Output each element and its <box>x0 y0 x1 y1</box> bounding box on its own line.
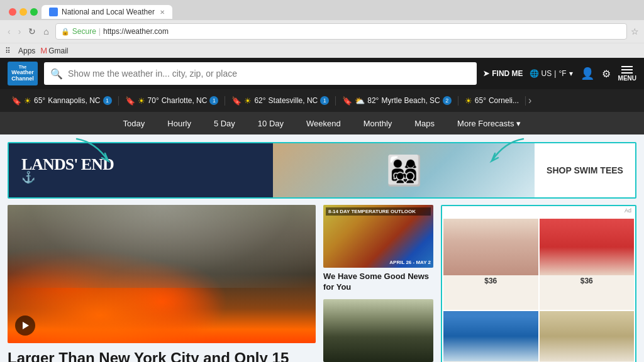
location-arrow-icon: ➤ <box>483 69 489 78</box>
browser-tab[interactable]: National and Local Weather R... ✕ <box>42 5 172 19</box>
home-button[interactable]: ⌂ <box>41 25 51 38</box>
search-icon: 🔍 <box>50 68 63 80</box>
clothing-image-3 <box>443 311 538 361</box>
site-header: The Weather Channel 🔍 ➤ FIND ME 🌐 US | °… <box>0 58 644 89</box>
ad-cta-text: SHOP SWIM TEES <box>541 160 628 180</box>
bookmark-icon-2[interactable]: 🔖 <box>125 96 135 106</box>
content-row: Larger Than New York City and Only 15 Pe… <box>8 205 636 362</box>
search-bar[interactable]: 🔍 <box>44 62 477 85</box>
tab-favicon <box>49 8 58 16</box>
map-label: 8-14 DAY TEMPERATURE OUTLOOK <box>326 207 431 216</box>
lands-end-anchor-icon: ⚓ <box>21 170 114 184</box>
site-nav: Today Hourly 5 Day 10 Day Weekend Monthl… <box>0 112 644 134</box>
side-article-1[interactable]: 8-14 DAY TEMPERATURE OUTLOOK APRIL 26 - … <box>323 205 433 293</box>
everglades-photo <box>323 299 433 362</box>
bookmark-icon-4[interactable]: 🔖 <box>342 96 352 106</box>
menu-button[interactable]: MENU <box>618 66 636 82</box>
location-item-2[interactable]: 🔖 ☀ 70° Charlotte, NC 1 <box>119 96 226 106</box>
article-image <box>8 205 316 343</box>
region-selector[interactable]: 🌐 US | °F ▾ <box>530 69 573 78</box>
close-button[interactable] <box>9 8 16 16</box>
separator: | <box>554 69 556 78</box>
location-temp-3: 62° <box>254 96 265 105</box>
apps-icon[interactable]: ⠿ <box>5 47 11 55</box>
clothing-price-1: $36 <box>483 275 498 287</box>
find-me-button[interactable]: ➤ FIND ME <box>483 69 523 78</box>
clothing-item-3[interactable]: -48% <box>443 311 538 362</box>
clothing-image-1 <box>443 219 538 275</box>
ad-image-section: 👨‍👩‍👧‍👦 <box>273 143 535 197</box>
nav-today[interactable]: Today <box>112 112 157 134</box>
browser-chrome: National and Local Weather R... ✕ ‹ › ↻ … <box>0 0 644 58</box>
bookmark-icon-3[interactable]: 🔖 <box>231 96 242 106</box>
location-item-1[interactable]: 🔖 ☀ 65° Kannapolis, NC 1 <box>5 96 119 106</box>
tab-title: National and Local Weather R... <box>62 8 156 16</box>
bookmarks-bar: ⠿ Apps M Gmail <box>0 43 644 58</box>
nav-5day[interactable]: 5 Day <box>203 112 247 134</box>
gmail-bookmark[interactable]: M Gmail <box>40 46 68 55</box>
location-item-3[interactable]: 🔖 ☀ 62° Statesville, NC 1 <box>225 96 336 106</box>
maximize-button[interactable] <box>30 8 38 16</box>
side-article-image-1: 8-14 DAY TEMPERATURE OUTLOOK APRIL 26 - … <box>323 205 433 268</box>
location-temp-1: 65° <box>34 96 45 105</box>
sun-icon-1: ☀ <box>24 96 31 106</box>
logo-line3: Channel <box>11 76 34 82</box>
location-temp-4: 82° <box>367 96 379 105</box>
ad-cta-section[interactable]: SHOP SWIM TEES <box>535 143 635 197</box>
nav-monthly[interactable]: Monthly <box>352 112 404 134</box>
sun-icon-5: ☀ <box>465 96 472 106</box>
location-badge-1: 1 <box>103 96 112 105</box>
apps-bookmark[interactable]: Apps <box>18 47 35 55</box>
location-city-4: Myrtle Beach, SC <box>381 96 440 105</box>
location-bar-next-icon[interactable]: › <box>526 95 534 106</box>
header-right: 🌐 US | °F ▾ 👤 ⚙ MENU <box>530 66 636 82</box>
side-article-image-2 <box>323 299 433 362</box>
weather-channel-logo[interactable]: The Weather Channel <box>8 62 38 85</box>
fire-photo <box>8 205 316 343</box>
right-ad[interactable]: Ad $36 $36 -48% <box>441 205 636 362</box>
clothing-item-4[interactable] <box>540 311 635 362</box>
play-icon <box>23 322 29 329</box>
address-bar: ‹ › ↻ ⌂ 🔒 Secure | https://weather.com ☆ <box>0 20 644 43</box>
side-articles: 8-14 DAY TEMPERATURE OUTLOOK APRIL 26 - … <box>323 205 433 362</box>
hamburger-icon <box>621 66 633 74</box>
weather-site: The Weather Channel 🔍 ➤ FIND ME 🌐 US | °… <box>0 58 644 362</box>
clothing-item-1[interactable]: $36 <box>443 219 538 310</box>
bookmark-icon-1[interactable]: 🔖 <box>11 96 21 106</box>
settings-icon[interactable]: ⚙ <box>602 68 611 80</box>
sun-icon-2: ☀ <box>138 96 145 106</box>
search-input[interactable] <box>68 69 470 79</box>
minimize-button[interactable] <box>19 8 27 16</box>
nav-weekend[interactable]: Weekend <box>295 112 352 134</box>
forward-button[interactable]: › <box>16 25 24 38</box>
location-item-4[interactable]: 🔖 ⛅ 82° Myrtle Beach, SC 2 <box>336 96 458 106</box>
play-button[interactable] <box>15 315 35 336</box>
url-protocol: Secure <box>72 27 96 36</box>
bookmark-star-icon[interactable]: ☆ <box>631 26 639 36</box>
clothing-item-2[interactable]: $36 <box>540 219 635 310</box>
map-dates: APRIL 26 - MAY 2 <box>389 260 431 265</box>
traffic-lights <box>5 8 42 16</box>
nav-10day[interactable]: 10 Day <box>247 112 295 134</box>
nav-more-forecasts[interactable]: More Forecasts ▾ <box>446 112 532 134</box>
globe-icon: 🌐 <box>530 69 539 78</box>
lands-end-logo: LANDS' END ⚓ <box>21 156 114 184</box>
back-button[interactable]: ‹ <box>5 25 13 38</box>
article-title[interactable]: Larger Than New York City and Only 15 Pe… <box>8 349 316 362</box>
chevron-down-icon: ▾ <box>569 69 573 78</box>
location-badge-4: 2 <box>443 96 452 105</box>
ad-photo: 👨‍👩‍👧‍👦 <box>273 143 535 197</box>
ad-banner[interactable]: LANDS' END ⚓ 👨‍👩‍👧‍👦 SHOP SWIM TEES <box>8 142 636 199</box>
side-article-2[interactable]: Everglades Like a 'Graveyard' Months Aft… <box>323 299 433 362</box>
url-bar[interactable]: 🔒 Secure | https://weather.com <box>55 23 627 40</box>
location-city-5: Corneli... <box>489 96 519 105</box>
refresh-button[interactable]: ↻ <box>26 25 38 38</box>
location-city-2: Charlotte, NC <box>162 96 208 105</box>
location-city-3: Statesville, NC <box>269 96 318 105</box>
nav-hourly[interactable]: Hourly <box>156 112 203 134</box>
nav-maps[interactable]: Maps <box>403 112 446 134</box>
tab-close-icon[interactable]: ✕ <box>160 9 165 16</box>
clothing-image-2 <box>540 219 635 275</box>
account-icon[interactable]: 👤 <box>580 67 594 80</box>
location-item-5[interactable]: ☀ 65° Corneli... <box>458 96 526 106</box>
